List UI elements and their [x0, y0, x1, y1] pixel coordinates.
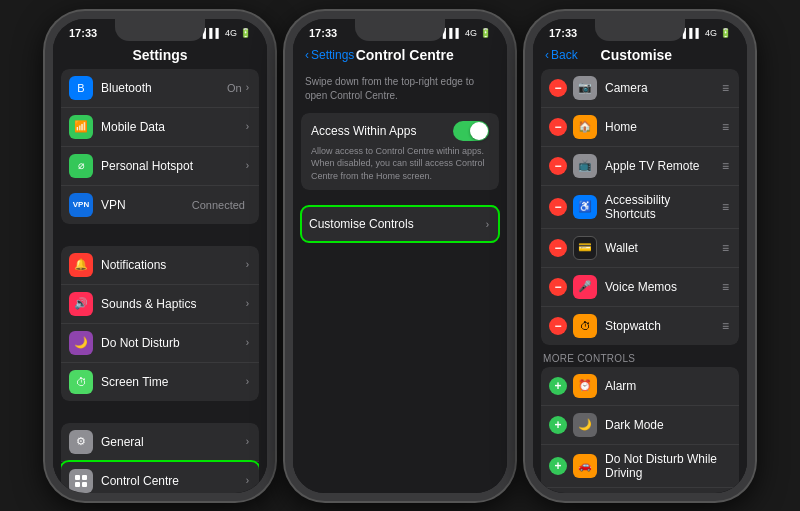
- control-centre-item[interactable]: Control Centre ›: [61, 462, 259, 493]
- bluetooth-item[interactable]: B Bluetooth On ›: [61, 69, 259, 108]
- phone-1-section-2-group: 🔔 Notifications › 🔊 Sounds & Haptics › 🌙…: [61, 246, 259, 401]
- voice-memos-item[interactable]: − 🎤 Voice Memos ≡: [541, 268, 739, 307]
- camera-drag[interactable]: ≡: [722, 81, 729, 95]
- dnd-item[interactable]: 🌙 Do Not Disturb ›: [61, 324, 259, 363]
- hotspot-item[interactable]: ⌀ Personal Hotspot ›: [61, 147, 259, 186]
- appletv-label: Apple TV Remote: [605, 159, 720, 173]
- stopwatch-drag[interactable]: ≡: [722, 319, 729, 333]
- dnd-icon: 🌙: [69, 331, 93, 355]
- camera-item[interactable]: − 📷 Camera ≡: [541, 69, 739, 108]
- phone-1: 17:33 ▌▌▌ 4G 🔋 Settings B Bluetooth: [45, 11, 275, 501]
- general-item[interactable]: ⚙ General ›: [61, 423, 259, 462]
- p3-network-icon: 4G: [705, 28, 717, 38]
- sounds-item[interactable]: 🔊 Sounds & Haptics ›: [61, 285, 259, 324]
- customise-chevron: ›: [486, 219, 489, 230]
- general-icon: ⚙: [69, 430, 93, 454]
- phone-3-back-button[interactable]: ‹ Back: [545, 48, 578, 62]
- accshortcuts-remove-btn[interactable]: −: [549, 198, 567, 216]
- voicememos-icon: 🎤: [573, 275, 597, 299]
- accshortcuts-drag[interactable]: ≡: [722, 200, 729, 214]
- stopwatch-remove-btn[interactable]: −: [549, 317, 567, 335]
- access-within-toggle[interactable]: [453, 121, 489, 141]
- back-label: Settings: [311, 48, 354, 62]
- bluetooth-icon: B: [69, 76, 93, 100]
- dndriving-icon: 🚗: [573, 454, 597, 478]
- dndriving-add-btn[interactable]: +: [549, 457, 567, 475]
- wallet-icon: 💳: [573, 236, 597, 260]
- bluetooth-label: Bluetooth: [101, 81, 227, 95]
- home-remove-btn[interactable]: −: [549, 118, 567, 136]
- phone-1-settings-list[interactable]: B Bluetooth On › 📶 Mobile Data › ⌀: [53, 69, 267, 493]
- appletv-drag[interactable]: ≡: [722, 159, 729, 173]
- phone-2-notch: [355, 19, 445, 41]
- dnd-driving-item[interactable]: + 🚗 Do Not Disturb While Driving: [541, 445, 739, 488]
- battery-icon: 🔋: [240, 28, 251, 38]
- vpn-label: VPN: [101, 198, 192, 212]
- p3-back-label: Back: [551, 48, 578, 62]
- darkmode-label: Dark Mode: [605, 418, 729, 432]
- voicememos-drag[interactable]: ≡: [722, 280, 729, 294]
- guided-access-item[interactable]: + ⊙ Guided Access: [541, 488, 739, 493]
- svg-rect-0: [75, 475, 80, 480]
- stopwatch-item[interactable]: − ⏱ Stopwatch ≡: [541, 307, 739, 345]
- wallet-remove-btn[interactable]: −: [549, 239, 567, 257]
- p2-signal-icon: ▌▌▌: [443, 28, 462, 38]
- mobile-data-icon: 📶: [69, 115, 93, 139]
- divider-1: [53, 226, 267, 246]
- bluetooth-chevron: ›: [246, 82, 249, 93]
- p3-battery-icon: 🔋: [720, 28, 731, 38]
- back-chevron-icon: ‹: [305, 48, 309, 62]
- camera-remove-btn[interactable]: −: [549, 79, 567, 97]
- wallet-drag[interactable]: ≡: [722, 241, 729, 255]
- home-label: Home: [605, 120, 720, 134]
- home-drag[interactable]: ≡: [722, 120, 729, 134]
- phone-2-time: 17:33: [309, 27, 337, 39]
- phone-1-nav-title: Settings: [65, 47, 255, 63]
- access-within-apps-item[interactable]: Access Within Apps Allow access to Contr…: [301, 113, 499, 191]
- home-icon: 🏠: [573, 115, 597, 139]
- dark-mode-item[interactable]: + 🌙 Dark Mode: [541, 406, 739, 445]
- hotspot-chevron: ›: [246, 160, 249, 171]
- voicememos-label: Voice Memos: [605, 280, 720, 294]
- alarm-add-btn[interactable]: +: [549, 377, 567, 395]
- general-label: General: [101, 435, 246, 449]
- phone-2-nav-title: Control Centre: [354, 47, 455, 63]
- dnd-chevron: ›: [246, 337, 249, 348]
- customise-controls-label: Customise Controls: [309, 217, 486, 231]
- phone-2-screen: 17:33 ▌▌▌ 4G 🔋 ‹ Settings Control Centre…: [293, 19, 507, 493]
- vpn-item[interactable]: VPN VPN Connected: [61, 186, 259, 224]
- phone-2-back-button[interactable]: ‹ Settings: [305, 48, 354, 62]
- wallet-item[interactable]: − 💳 Wallet ≡: [541, 229, 739, 268]
- notifications-item[interactable]: 🔔 Notifications ›: [61, 246, 259, 285]
- dndriving-label: Do Not Disturb While Driving: [605, 452, 729, 480]
- wallet-label: Wallet: [605, 241, 720, 255]
- hotspot-label: Personal Hotspot: [101, 159, 246, 173]
- apple-tv-item[interactable]: − 📺 Apple TV Remote ≡: [541, 147, 739, 186]
- appletv-remove-btn[interactable]: −: [549, 157, 567, 175]
- customise-controls-item[interactable]: Customise Controls ›: [301, 206, 499, 242]
- phone-3-status-icons: ▌▌▌ 4G 🔋: [683, 28, 731, 38]
- mobile-data-label: Mobile Data: [101, 120, 246, 134]
- phone-2-status-icons: ▌▌▌ 4G 🔋: [443, 28, 491, 38]
- darkmode-add-btn[interactable]: +: [549, 416, 567, 434]
- alarm-label: Alarm: [605, 379, 729, 393]
- p2-battery-icon: 🔋: [480, 28, 491, 38]
- stopwatch-label: Stopwatch: [605, 319, 720, 333]
- notifications-label: Notifications: [101, 258, 246, 272]
- divider-2: [53, 403, 267, 423]
- voicememos-remove-btn[interactable]: −: [549, 278, 567, 296]
- phone-3-content[interactable]: − 📷 Camera ≡ − 🏠 Home ≡ − 📺 Apple: [533, 69, 747, 493]
- sounds-label: Sounds & Haptics: [101, 297, 246, 311]
- customise-controls-group[interactable]: Customise Controls ›: [301, 206, 499, 242]
- mobile-data-item[interactable]: 📶 Mobile Data ›: [61, 108, 259, 147]
- accshortcuts-label: Accessibility Shortcuts: [605, 193, 720, 221]
- phone-3-screen: 17:33 ▌▌▌ 4G 🔋 ‹ Back Customise: [533, 19, 747, 493]
- notifications-icon: 🔔: [69, 253, 93, 277]
- sounds-chevron: ›: [246, 298, 249, 309]
- home-item[interactable]: − 🏠 Home ≡: [541, 108, 739, 147]
- notifications-chevron: ›: [246, 259, 249, 270]
- alarm-item[interactable]: + ⏰ Alarm: [541, 367, 739, 406]
- general-chevron: ›: [246, 436, 249, 447]
- acc-shortcuts-item[interactable]: − ♿ Accessibility Shortcuts ≡: [541, 186, 739, 229]
- screen-time-item[interactable]: ⏱ Screen Time ›: [61, 363, 259, 401]
